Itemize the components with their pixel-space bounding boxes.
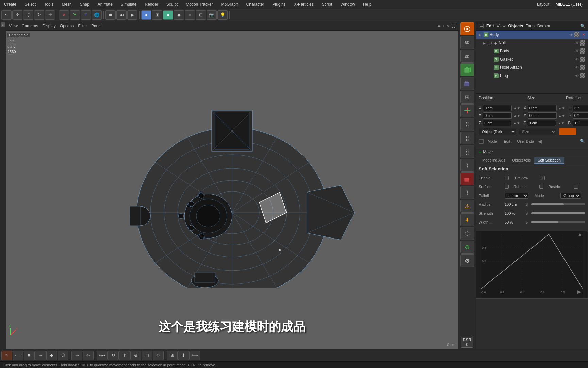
- vp-menu-view[interactable]: View: [9, 24, 18, 28]
- ss-mode-select[interactable]: Group Radius: [560, 193, 581, 199]
- rt-btn-down[interactable]: ⬇: [460, 213, 474, 226]
- menu-select[interactable]: Select: [23, 1, 37, 7]
- toolbar-cam-btn[interactable]: 📷: [207, 10, 217, 20]
- rt-btn-move[interactable]: [460, 104, 474, 117]
- toolbar-cube2-btn[interactable]: ◆: [174, 10, 184, 20]
- btm-inset-btn[interactable]: ⊕: [130, 351, 141, 360]
- vp-menu-cameras[interactable]: Cameras: [22, 24, 38, 28]
- toolbar-scale-btn[interactable]: ⬡: [23, 10, 33, 20]
- vp-menu-options[interactable]: Options: [60, 24, 74, 28]
- coord-y-size-spin[interactable]: ▲▼: [558, 114, 565, 118]
- rt-btn-blue-cube[interactable]: [460, 77, 474, 90]
- objects-tags-tab[interactable]: Tags: [526, 24, 534, 28]
- toolbar-move-btn[interactable]: ✛: [12, 10, 22, 20]
- coord-b-rot[interactable]: [572, 120, 588, 126]
- toolbar-record-btn[interactable]: ⏺: [105, 10, 116, 20]
- coord-x-spin[interactable]: ▲▼: [513, 106, 520, 110]
- toolbar-rec2-btn[interactable]: ⏭: [116, 10, 127, 20]
- toolbar-sphere-btn[interactable]: ○: [185, 10, 195, 20]
- menu-simulate[interactable]: Simulate: [119, 1, 138, 7]
- ss-tab-object-axis[interactable]: Object Axis: [509, 157, 534, 164]
- mode-tab-userdata[interactable]: User Data: [514, 139, 537, 144]
- btm-handle-btn[interactable]: ⇒: [71, 351, 82, 360]
- coord-x-pos[interactable]: [483, 105, 512, 111]
- vp-icon-arrows[interactable]: ⇔: [437, 24, 441, 28]
- coord-y-spin[interactable]: ▲▼: [513, 114, 520, 118]
- obj-row-plug[interactable]: P Plug 👁: [476, 72, 588, 80]
- mode-tab-mode[interactable]: Mode: [485, 139, 500, 144]
- obj-row-null[interactable]: ▶ L0 ◆ Null 👁: [476, 39, 588, 47]
- menu-xparticles[interactable]: X-Particles: [293, 1, 315, 7]
- coord-h-rot[interactable]: [573, 105, 588, 111]
- rt-btn-settings[interactable]: ⚙: [460, 254, 474, 267]
- toolbar-grid-btn[interactable]: ⊞: [152, 10, 162, 20]
- coord-z-size[interactable]: [527, 120, 556, 126]
- rt-btn-red-cube[interactable]: [460, 172, 474, 185]
- ss-surface-checkbox[interactable]: [505, 185, 509, 189]
- vp-menu-panel[interactable]: Panel: [91, 24, 102, 28]
- coord-x-size[interactable]: [528, 105, 557, 111]
- obj-row-gasket[interactable]: G Gasket 👁: [476, 55, 588, 63]
- menu-mograph[interactable]: MoGraph: [220, 1, 240, 7]
- vp-menu-filter[interactable]: Filter: [78, 24, 87, 28]
- btm-arrow-btn[interactable]: →: [35, 351, 46, 360]
- mode-search-icon[interactable]: 🔍: [580, 139, 585, 144]
- btm-octahedron-btn[interactable]: ⬡: [58, 351, 68, 360]
- coord-y-pos[interactable]: [483, 112, 512, 119]
- rt-btn-dots-grid[interactable]: ⣿: [460, 118, 474, 131]
- toolbar-y-btn[interactable]: Y: [70, 10, 80, 20]
- vp-icon-down[interactable]: ↓: [443, 24, 445, 28]
- toolbar-z-btn[interactable]: Z: [81, 10, 91, 20]
- toolbar-rotate-btn[interactable]: ↻: [34, 10, 44, 20]
- objects-view-tab[interactable]: View: [497, 24, 506, 28]
- coord-z-size-spin[interactable]: ▲▼: [558, 121, 565, 125]
- ss-falloff-select[interactable]: Linear Ease In Ease Out: [505, 193, 528, 199]
- rt-btn-2d-view[interactable]: 2D: [460, 50, 474, 63]
- ss-strength-slider[interactable]: [531, 212, 585, 214]
- menu-mesh[interactable]: Mesh: [60, 1, 73, 7]
- vis-null-icon[interactable]: 👁: [575, 41, 579, 45]
- toolbar-world-btn[interactable]: 🌐: [92, 10, 102, 20]
- ss-tab-modeling-axis[interactable]: Modeling Axis: [479, 157, 509, 164]
- objects-search-icon[interactable]: 🔍: [580, 24, 585, 28]
- toolbar-play-btn[interactable]: ▶: [127, 10, 137, 20]
- close-icon[interactable]: ✕: [582, 32, 585, 37]
- btm-cube-btn[interactable]: ◆: [46, 351, 57, 360]
- coord-space-select[interactable]: Object (Rel) World: [479, 128, 516, 135]
- rt-btn-recycle[interactable]: ♻: [460, 241, 474, 254]
- vis-gasket-icon[interactable]: 👁: [575, 58, 579, 61]
- menu-help[interactable]: Help: [362, 1, 373, 7]
- btm-cross-btn[interactable]: ✛: [178, 351, 189, 360]
- coord-size-select[interactable]: Size: [519, 128, 556, 135]
- mode-tab-edit[interactable]: Edit: [501, 139, 513, 144]
- btm-move-btn[interactable]: ⟵: [13, 351, 23, 360]
- btm-box-btn[interactable]: ■: [24, 351, 35, 360]
- coord-p-rot[interactable]: [573, 112, 588, 119]
- toolbar-add-btn[interactable]: ✛: [45, 10, 55, 20]
- vp-icon-circle[interactable]: ○: [447, 24, 449, 28]
- menu-window[interactable]: Window: [339, 1, 356, 7]
- ss-radius-slider[interactable]: [531, 203, 585, 205]
- btm-tools-btn[interactable]: ⊞: [167, 351, 178, 360]
- coord-z-pos[interactable]: [483, 120, 511, 126]
- coord-y-size[interactable]: [528, 112, 557, 119]
- menu-render[interactable]: Render: [144, 1, 160, 7]
- left-strip-icon[interactable]: ●: [1, 22, 5, 27]
- obj-row-body-top[interactable]: ▶ B Body 👁 ✕: [476, 31, 588, 39]
- btm-extrude-btn[interactable]: ⇑: [119, 351, 130, 360]
- ss-restrict-checkbox[interactable]: [574, 185, 578, 189]
- btm-bevel-btn[interactable]: ◻: [142, 351, 152, 360]
- ss-tab-soft-selection[interactable]: Soft Selection: [534, 157, 564, 164]
- mode-arrow-icon[interactable]: ◀: [538, 139, 542, 144]
- btm-twist-btn[interactable]: ↺: [108, 351, 119, 360]
- toolbar-mode-btn[interactable]: ↖: [1, 10, 12, 20]
- rt-btn-knife[interactable]: ⌇: [460, 159, 474, 172]
- vp-menu-display[interactable]: Display: [42, 24, 55, 28]
- toolbar-green-btn[interactable]: ■: [163, 10, 173, 20]
- menu-script[interactable]: Script: [321, 1, 334, 7]
- menu-snap[interactable]: Snap: [79, 1, 91, 7]
- menu-animate[interactable]: Animate: [96, 1, 114, 7]
- objects-objects-tab[interactable]: Objects: [508, 24, 523, 28]
- menu-sculpt[interactable]: Sculpt: [165, 1, 179, 7]
- toolbar-light-btn[interactable]: 💡: [217, 10, 228, 20]
